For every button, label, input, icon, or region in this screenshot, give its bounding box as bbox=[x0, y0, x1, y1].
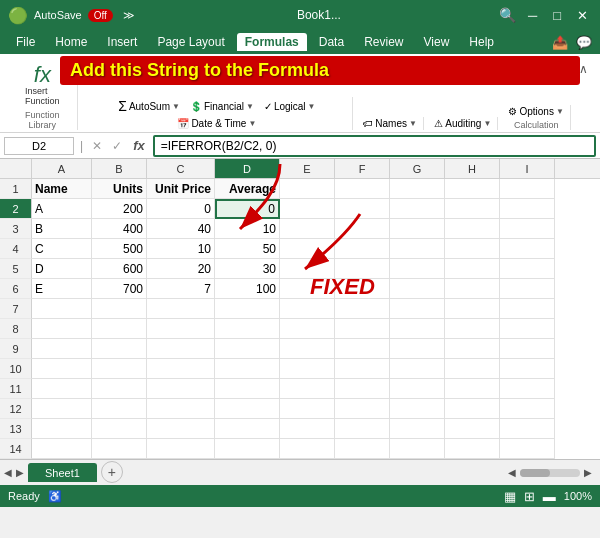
cell-c13[interactable] bbox=[147, 419, 215, 439]
cell-d13[interactable] bbox=[215, 419, 280, 439]
cell-f8[interactable] bbox=[335, 319, 390, 339]
cell-i7[interactable] bbox=[500, 299, 555, 319]
col-header-e[interactable]: E bbox=[280, 159, 335, 178]
cell-h11[interactable] bbox=[445, 379, 500, 399]
cell-i10[interactable] bbox=[500, 359, 555, 379]
autosum-button[interactable]: Σ AutoSum ▼ bbox=[114, 97, 184, 115]
cell-b7[interactable] bbox=[92, 299, 147, 319]
cell-h7[interactable] bbox=[445, 299, 500, 319]
cell-e13[interactable] bbox=[280, 419, 335, 439]
add-sheet-button[interactable]: + bbox=[101, 461, 123, 483]
cell-a4[interactable]: C bbox=[32, 239, 92, 259]
col-header-h[interactable]: H bbox=[445, 159, 500, 178]
cell-d3[interactable]: 10 bbox=[215, 219, 280, 239]
cell-i1[interactable] bbox=[500, 179, 555, 199]
cell-h9[interactable] bbox=[445, 339, 500, 359]
cell-i6[interactable] bbox=[500, 279, 555, 299]
cell-g12[interactable] bbox=[390, 399, 445, 419]
cell-d7[interactable] bbox=[215, 299, 280, 319]
cell-a1[interactable]: Name bbox=[32, 179, 92, 199]
cell-i2[interactable] bbox=[500, 199, 555, 219]
cell-b11[interactable] bbox=[92, 379, 147, 399]
cell-h6[interactable] bbox=[445, 279, 500, 299]
col-header-g[interactable]: G bbox=[390, 159, 445, 178]
menu-page-layout[interactable]: Page Layout bbox=[149, 33, 232, 51]
cell-h13[interactable] bbox=[445, 419, 500, 439]
cell-i13[interactable] bbox=[500, 419, 555, 439]
cell-c10[interactable] bbox=[147, 359, 215, 379]
cell-f5[interactable] bbox=[335, 259, 390, 279]
menu-home[interactable]: Home bbox=[47, 33, 95, 51]
cell-f1[interactable] bbox=[335, 179, 390, 199]
row-num-10[interactable]: 10 bbox=[0, 359, 32, 379]
cell-e5[interactable] bbox=[280, 259, 335, 279]
page-break-button[interactable]: ▬ bbox=[543, 489, 556, 504]
cell-c12[interactable] bbox=[147, 399, 215, 419]
cell-f12[interactable] bbox=[335, 399, 390, 419]
cell-i9[interactable] bbox=[500, 339, 555, 359]
cell-h3[interactable] bbox=[445, 219, 500, 239]
share-icon[interactable]: 📤 bbox=[552, 35, 568, 50]
cell-b5[interactable]: 600 bbox=[92, 259, 147, 279]
row-num-5[interactable]: 5 bbox=[0, 259, 32, 279]
cell-i4[interactable] bbox=[500, 239, 555, 259]
menu-view[interactable]: View bbox=[416, 33, 458, 51]
row-num-6[interactable]: 6 bbox=[0, 279, 32, 299]
options-button[interactable]: ⚙ Options ▼ bbox=[504, 105, 567, 118]
cell-f4[interactable] bbox=[335, 239, 390, 259]
cell-d10[interactable] bbox=[215, 359, 280, 379]
cell-e7[interactable] bbox=[280, 299, 335, 319]
cell-c6[interactable]: 7 bbox=[147, 279, 215, 299]
ribbon-collapse-icon[interactable]: ≫ bbox=[119, 9, 139, 22]
financial-dropdown-icon[interactable]: ▼ bbox=[246, 102, 254, 111]
cell-d9[interactable] bbox=[215, 339, 280, 359]
auditing-dropdown-icon[interactable]: ▼ bbox=[483, 119, 491, 128]
cell-b2[interactable]: 200 bbox=[92, 199, 147, 219]
datetime-dropdown-icon[interactable]: ▼ bbox=[248, 119, 256, 128]
row-num-1[interactable]: 1 bbox=[0, 179, 32, 199]
cell-d5[interactable]: 30 bbox=[215, 259, 280, 279]
cell-g1[interactable] bbox=[390, 179, 445, 199]
page-layout-button[interactable]: ⊞ bbox=[524, 489, 535, 504]
logical-button[interactable]: ✓ Logical ▼ bbox=[260, 100, 320, 113]
cell-d6[interactable]: 100 bbox=[215, 279, 280, 299]
cell-f3[interactable] bbox=[335, 219, 390, 239]
minimize-button[interactable]: ─ bbox=[524, 8, 541, 23]
col-header-i[interactable]: I bbox=[500, 159, 555, 178]
cell-g3[interactable] bbox=[390, 219, 445, 239]
maximize-button[interactable]: □ bbox=[549, 8, 565, 23]
cell-d8[interactable] bbox=[215, 319, 280, 339]
cell-d14[interactable] bbox=[215, 439, 280, 459]
menu-formulas[interactable]: Formulas bbox=[237, 33, 307, 51]
col-header-a[interactable]: A bbox=[32, 159, 92, 178]
col-header-d[interactable]: D bbox=[215, 159, 280, 178]
insert-function-button[interactable]: fx InsertFunction bbox=[21, 62, 64, 108]
cell-reference-box[interactable] bbox=[4, 137, 74, 155]
names-dropdown-icon[interactable]: ▼ bbox=[409, 119, 417, 128]
cell-g2[interactable] bbox=[390, 199, 445, 219]
cell-c5[interactable]: 20 bbox=[147, 259, 215, 279]
cell-c3[interactable]: 40 bbox=[147, 219, 215, 239]
cell-g10[interactable] bbox=[390, 359, 445, 379]
cell-b13[interactable] bbox=[92, 419, 147, 439]
cell-f14[interactable] bbox=[335, 439, 390, 459]
cell-g11[interactable] bbox=[390, 379, 445, 399]
cell-h14[interactable] bbox=[445, 439, 500, 459]
row-num-4[interactable]: 4 bbox=[0, 239, 32, 259]
cell-d1[interactable]: Average bbox=[215, 179, 280, 199]
comments-icon[interactable]: 💬 bbox=[576, 35, 592, 50]
cell-c11[interactable] bbox=[147, 379, 215, 399]
scroll-sheets-right[interactable]: ▶ bbox=[16, 467, 24, 478]
row-num-11[interactable]: 11 bbox=[0, 379, 32, 399]
cell-f7[interactable] bbox=[335, 299, 390, 319]
cell-a6[interactable]: E bbox=[32, 279, 92, 299]
cell-b4[interactable]: 500 bbox=[92, 239, 147, 259]
cell-g9[interactable] bbox=[390, 339, 445, 359]
cell-g5[interactable] bbox=[390, 259, 445, 279]
autosum-dropdown-icon[interactable]: ▼ bbox=[172, 102, 180, 111]
cell-a11[interactable] bbox=[32, 379, 92, 399]
cell-h1[interactable] bbox=[445, 179, 500, 199]
cell-b10[interactable] bbox=[92, 359, 147, 379]
cell-h10[interactable] bbox=[445, 359, 500, 379]
cell-g8[interactable] bbox=[390, 319, 445, 339]
